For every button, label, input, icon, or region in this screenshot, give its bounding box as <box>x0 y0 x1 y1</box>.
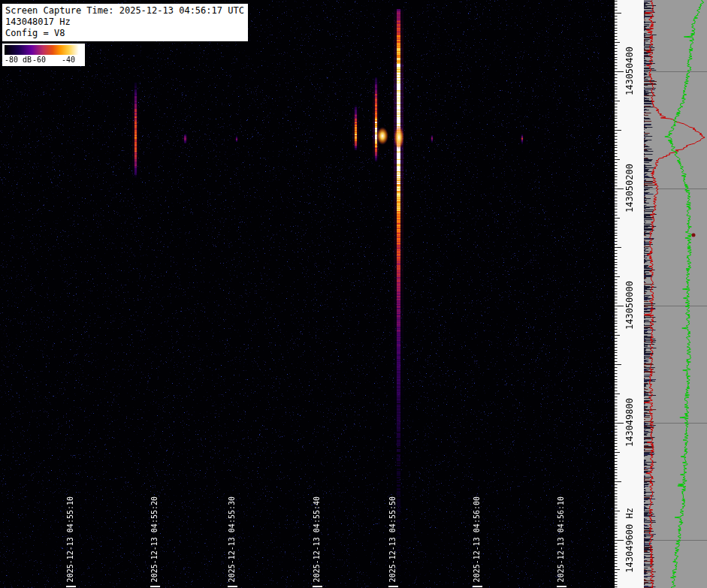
capture-info-box: Screen Capture Time: 2025-12-13 04:56:17… <box>2 4 248 41</box>
frequency-tick-label: 143050400 <box>624 47 635 95</box>
color-scale-legend: -80 dB -60 -40 <box>2 44 85 66</box>
spectrogram-canvas <box>0 0 615 588</box>
capture-config-text: Config = V8 <box>5 28 244 39</box>
time-tick-label: 2025-12-13 04:55:30 <box>228 496 236 582</box>
legend-max-db-label: -40 <box>62 56 75 64</box>
time-tick-mark <box>66 586 76 587</box>
time-tick-mark <box>473 586 482 587</box>
frequency-tick-label: 143049600 Hz <box>624 508 635 573</box>
colorbar-gradient <box>5 45 82 55</box>
time-tick-label: 2025-12-13 04:55:20 <box>150 496 159 582</box>
frequency-tick-label: 143050200 <box>624 164 635 213</box>
time-tick-label: 2025-12-13 04:55:10 <box>66 496 74 582</box>
frequency-tick-label: 143050000 <box>624 281 635 330</box>
legend-mid-db-label: -60 <box>32 56 46 64</box>
time-tick-mark <box>388 586 398 587</box>
capture-time-text: Screen Capture Time: 2025-12-13 04:56:17… <box>5 5 244 17</box>
frequency-tick-label: 143049800 <box>624 398 635 447</box>
time-tick-label: 2025-12-13 04:55:40 <box>313 496 321 582</box>
time-tick-label: 2025-12-13 04:56:10 <box>557 496 565 582</box>
time-tick-mark <box>150 586 160 587</box>
spectrogram-waterfall: 2025-12-13 04:55:102025-12-13 04:55:2020… <box>0 0 615 588</box>
time-tick-mark <box>313 586 322 587</box>
spectrum-capture-window: 2025-12-13 04:55:102025-12-13 04:55:2020… <box>0 0 707 588</box>
time-tick-mark <box>557 586 567 587</box>
spectrum-side-panel <box>644 0 707 588</box>
legend-min-db-label: -80 dB <box>5 56 32 64</box>
time-tick-mark <box>228 586 237 587</box>
time-tick-label: 2025-12-13 04:55:50 <box>388 496 397 582</box>
colorbar-labels: -80 dB -60 -40 <box>5 56 83 65</box>
capture-frequency-text: 143048017 Hz <box>5 17 244 28</box>
time-tick-label: 2025-12-13 04:56:00 <box>473 496 481 582</box>
spectrum-trace-canvas <box>644 0 707 588</box>
frequency-axis: 1430504001430502001430500001430498001430… <box>615 0 644 588</box>
